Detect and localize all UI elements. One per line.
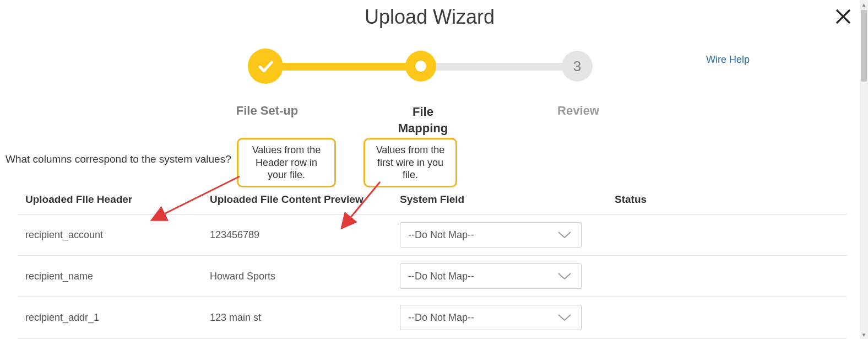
system-field-select[interactable]: --Do Not Map-- — [400, 222, 582, 247]
step-2-node[interactable] — [405, 51, 436, 82]
scrollbar-thumb[interactable] — [861, 10, 867, 82]
cell-content-preview: 123 main st — [202, 312, 392, 324]
callout-first-wire: Values from the first wire in you file. — [364, 138, 457, 187]
cell-content-preview: 123456789 — [202, 229, 392, 241]
mapping-table: Uploaded File Header Uploaded File Conte… — [18, 185, 847, 338]
current-step-dot-icon — [415, 61, 426, 72]
table-row: recipient_account 123456789 --Do Not Map… — [18, 214, 847, 256]
step-1-label: File Set-up — [226, 104, 308, 118]
select-value: --Do Not Map-- — [408, 312, 474, 324]
step-2-label: File Mapping — [390, 104, 456, 136]
table-row: recipient_name Howard Sports --Do Not Ma… — [18, 256, 847, 297]
chevron-down-icon — [557, 230, 572, 239]
system-field-select[interactable]: --Do Not Map-- — [400, 263, 582, 289]
col-header-system-field: System Field — [392, 193, 607, 206]
col-header-uploaded-file-header: Uploaded File Header — [18, 193, 202, 206]
cell-file-header: recipient_account — [18, 229, 202, 241]
step-1-node[interactable] — [248, 49, 283, 84]
cell-file-header: recipient_name — [18, 271, 202, 282]
wire-help-link[interactable]: Wire Help — [706, 54, 750, 66]
step-3-label: Review — [551, 104, 606, 118]
select-value: --Do Not Map-- — [408, 229, 474, 241]
scroll-up-icon[interactable]: ▲ — [860, 0, 868, 9]
stepper-track-fill — [264, 63, 430, 71]
mapping-question: What columns correspond to the system va… — [6, 153, 231, 165]
check-icon — [256, 57, 275, 76]
step-3-node: 3 — [562, 51, 593, 82]
step-3-number: 3 — [573, 58, 581, 75]
select-value: --Do Not Map-- — [408, 271, 474, 282]
chevron-down-icon — [557, 313, 572, 322]
cell-file-header: recipient_addr_1 — [18, 312, 202, 324]
system-field-select[interactable]: --Do Not Map-- — [400, 305, 582, 330]
chevron-down-icon — [557, 272, 572, 281]
vertical-scrollbar[interactable]: ▲ ▼ — [860, 0, 868, 339]
col-header-content-preview: Uploaded File Content Preview — [202, 193, 392, 206]
progress-stepper: 3 File Set-up File Mapping Review — [242, 47, 600, 136]
cell-content-preview: Howard Sports — [202, 271, 392, 282]
scroll-down-icon[interactable]: ▼ — [860, 330, 868, 339]
close-icon — [833, 7, 853, 26]
callout-header-row: Values from the Header row in your file. — [237, 138, 336, 187]
col-header-status: Status — [607, 193, 847, 206]
close-button[interactable] — [833, 7, 858, 31]
page-title: Upload Wizard — [0, 6, 859, 29]
table-row: recipient_addr_1 123 main st --Do Not Ma… — [18, 297, 847, 338]
table-header-row: Uploaded File Header Uploaded File Conte… — [18, 185, 847, 214]
wizard-viewport: Upload Wizard Wire Help 3 File Set-up Fi… — [0, 0, 860, 339]
